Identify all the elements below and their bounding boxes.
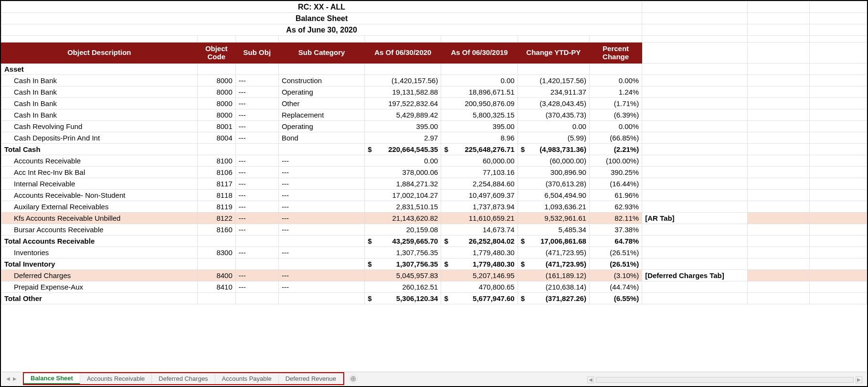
table-row: Cash In Bank8000---Replacement5,429,889.… [1, 109, 867, 121]
cell-category: Operating [278, 121, 364, 132]
cell-pct: 61.96% [589, 190, 642, 201]
cell-code: 8160 [197, 224, 235, 236]
cell-v1: 5,429,889.42 [365, 109, 441, 121]
cell-chg: 1,093,636.21 [518, 201, 589, 213]
cell-category: --- [278, 281, 364, 293]
new-sheet-button[interactable]: ⊕ [349, 375, 358, 383]
total-row: Total Accounts Receivable$43,259,665.70$… [1, 236, 867, 247]
cell-category: --- [278, 155, 364, 167]
table-row: Acc Int Rec-Inv Bk Bal8106------378,000.… [1, 167, 867, 178]
column-headers: Object Description ObjectCode Sub Obj Su… [1, 43, 867, 64]
tab-nav-next-icon[interactable]: ▶ [11, 376, 18, 381]
cell-category: Bond [278, 132, 364, 144]
cell-description: Auxilary External Receivables [1, 201, 198, 213]
cell-v2: 470,800.65 [441, 281, 518, 293]
cell-code: 8117 [197, 178, 235, 190]
cell-category: Construction [278, 75, 364, 86]
col-as-of-2020: As Of 06/30/2020 [365, 43, 441, 64]
cell-pct: (6.39%) [589, 109, 642, 121]
cell-code: 8000 [197, 98, 235, 109]
tab-deferred-revenue[interactable]: Deferred Revenue [279, 373, 343, 384]
cell-sub: --- [235, 213, 278, 224]
cell-chg: 5,485.34 [518, 224, 589, 236]
cell-sub: --- [235, 75, 278, 86]
cell-description: Cash In Bank [1, 75, 198, 86]
cell-sub: --- [235, 98, 278, 109]
cell-v1: 0.00 [365, 155, 441, 167]
cell-description: Accounts Receivable- Non-Student [1, 190, 198, 201]
total-v2: $5,677,947.60 [441, 293, 518, 304]
cell-category: --- [278, 190, 364, 201]
cell-pct: (66.85%) [589, 132, 642, 144]
cell-category: --- [278, 213, 364, 224]
cell-code: 8410 [197, 281, 235, 293]
cell-v1: (1,420,157.56) [365, 75, 441, 86]
tab-nav-prev-icon[interactable]: ◀ [5, 376, 11, 381]
cell-sub: --- [235, 132, 278, 144]
cell-category: --- [278, 270, 364, 281]
table-row: Cash In Bank8000---Other197,522,832.6420… [1, 98, 867, 109]
cell-category: --- [278, 201, 364, 213]
cell-chg: 6,504,494.90 [518, 190, 589, 201]
tab-deferred-charges[interactable]: Deferred Charges [152, 373, 215, 384]
table-row: Internal Receivable8117------1,884,271.3… [1, 178, 867, 190]
table-row: Auxilary External Receivables8119------2… [1, 201, 867, 213]
cell-pct: (26.51%) [589, 247, 642, 258]
cell-v1: 20,159.08 [365, 224, 441, 236]
scroll-left-icon[interactable]: ◀ [587, 376, 594, 383]
table-row: Cash Deposits-Prin And Int8004---Bond2.9… [1, 132, 867, 144]
cell-code: 8000 [197, 75, 235, 86]
cell-v2: 200,950,876.09 [441, 98, 518, 109]
cell-description: Inventories [1, 247, 198, 258]
cell-description: Cash Revolving Fund [1, 121, 198, 132]
col-percent-change: PercentChange [589, 43, 642, 64]
tab-balance-sheet[interactable]: Balance Sheet [24, 373, 80, 384]
cell-chg: 300,896.90 [518, 167, 589, 178]
cell-v1: 21,143,620.82 [365, 213, 441, 224]
cell-description: Cash In Bank [1, 86, 198, 98]
cell-v1: 5,045,957.83 [365, 270, 441, 281]
cell-v2: 1,737,873.94 [441, 201, 518, 213]
total-label: Total Accounts Receivable [1, 236, 198, 247]
table-row: Cash In Bank8000---Operating19,131,582.8… [1, 86, 867, 98]
cell-v2: 77,103.16 [441, 167, 518, 178]
table-row: Accounts Receivable- Non-Student8118----… [1, 190, 867, 201]
table-row: Inventories8300------1,307,756.351,779,4… [1, 247, 867, 258]
balance-sheet-grid: RC: XX - ALL Balance Sheet As of June 30… [1, 1, 867, 304]
scroll-right-icon[interactable]: ▶ [856, 376, 862, 383]
cell-pct: (100.00%) [589, 155, 642, 167]
cell-v2: 60,000.00 [441, 155, 518, 167]
total-chg: $17,006,861.68 [518, 236, 589, 247]
cell-sub: --- [235, 224, 278, 236]
cell-pct: (44.74%) [589, 281, 642, 293]
cell-code: 8004 [197, 132, 235, 144]
cell-chg: (1,420,157.56) [518, 75, 589, 86]
cell-v1: 378,000.06 [365, 167, 441, 178]
total-v2: $225,648,276.71 [441, 144, 518, 155]
cell-description: Acc Int Rec-Inv Bk Bal [1, 167, 198, 178]
section-asset: Asset [1, 64, 867, 75]
tab-accounts-receivable[interactable]: Accounts Receivable [80, 373, 152, 384]
cell-pct: (1.71%) [589, 98, 642, 109]
total-label: Total Cash [1, 144, 198, 155]
cell-description: Internal Receivable [1, 178, 198, 190]
cell-pct: 0.00% [589, 75, 642, 86]
cell-pct: 390.25% [589, 167, 642, 178]
cell-category: --- [278, 224, 364, 236]
cell-v1: 19,131,582.88 [365, 86, 441, 98]
horizontal-scrollbar[interactable]: ◀ ▶ [587, 376, 862, 383]
total-row: Total Cash$220,664,545.35$225,648,276.71… [1, 144, 867, 155]
total-chg: $(371,827.26) [518, 293, 589, 304]
cell-chg: (471,723.95) [518, 247, 589, 258]
tab-accounts-payable[interactable]: Accounts Payable [215, 373, 279, 384]
cell-code: 8400 [197, 270, 235, 281]
cell-chg: (370,435.73) [518, 109, 589, 121]
col-sub-category: Sub Category [278, 43, 364, 64]
cell-pct: 1.24% [589, 86, 642, 98]
col-object-code: ObjectCode [197, 43, 235, 64]
total-chg: $(471,723.95) [518, 258, 589, 270]
cell-v2: 5,207,146.95 [441, 270, 518, 281]
cell-code: 8122 [197, 213, 235, 224]
table-row: Deferred Charges8400------5,045,957.835,… [1, 270, 867, 281]
cell-code: 8119 [197, 201, 235, 213]
